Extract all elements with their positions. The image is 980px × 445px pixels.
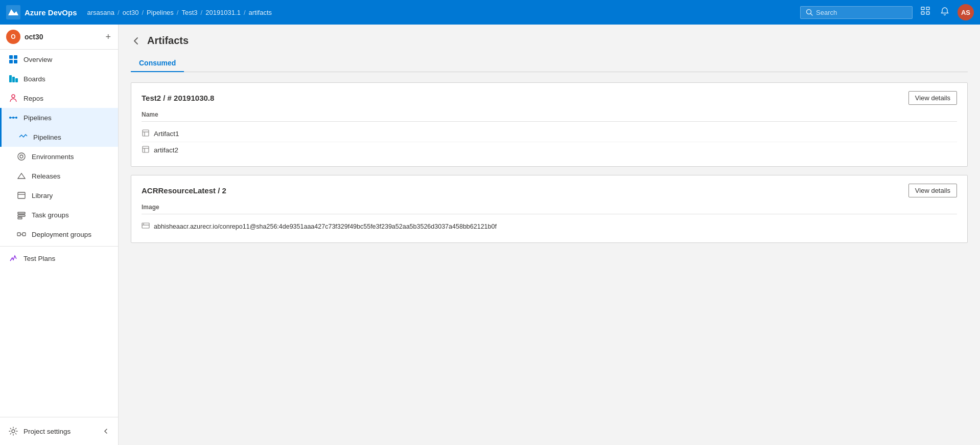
repos-label: Repos <box>24 95 43 102</box>
artifact2-name: artifact2 <box>154 146 178 154</box>
pipelines-parent-icon <box>8 113 18 123</box>
main-content: Artifacts Consumed Test2 / # 20191030.8 … <box>119 25 980 445</box>
pipelines-label: Pipelines <box>33 134 61 141</box>
project-settings-label: Project settings <box>24 428 71 435</box>
overview-label: Overview <box>24 56 52 63</box>
top-nav-right: Search AS <box>800 4 974 20</box>
sidebar-item-library[interactable]: Library <box>0 186 118 205</box>
sidebar-item-repos[interactable]: Repos <box>0 88 118 108</box>
back-button[interactable] <box>131 36 141 46</box>
overview-icon <box>8 54 18 64</box>
repos-icon <box>8 93 18 103</box>
svg-line-2 <box>811 14 813 16</box>
sidebar-item-task-groups[interactable]: Task groups <box>0 205 118 225</box>
breadcrumb-build-id[interactable]: 20191031.1 <box>205 9 241 16</box>
svg-rect-25 <box>18 215 25 216</box>
sidebar-item-deployment-groups[interactable]: Deployment groups <box>0 225 118 244</box>
test-plans-label: Test Plans <box>24 255 55 262</box>
breadcrumb: arsasana / oct30 / Pipelines / Test3 / 2… <box>87 9 272 16</box>
sidebar-item-pipelines-parent[interactable]: Pipelines <box>0 108 118 127</box>
svg-rect-5 <box>921 12 924 14</box>
container-icon <box>142 221 150 231</box>
user-avatar[interactable]: AS <box>958 4 974 20</box>
sidebar-item-environments[interactable]: Environments <box>0 147 118 166</box>
artifact-card-1: Test2 / # 20191030.8 View details Name A… <box>131 82 968 167</box>
task-groups-label: Task groups <box>32 211 69 219</box>
boards-label: Boards <box>24 75 45 83</box>
svg-point-30 <box>12 430 15 433</box>
svg-rect-8 <box>14 55 17 59</box>
releases-icon <box>16 171 27 181</box>
artifact1-icon <box>142 129 150 139</box>
releases-label: Releases <box>32 172 60 180</box>
environments-label: Environments <box>32 153 74 161</box>
sidebar-item-boards[interactable]: Boards <box>0 69 118 88</box>
sidebar-item-test-plans[interactable]: Test Plans <box>0 249 118 268</box>
svg-rect-31 <box>143 130 149 136</box>
card-1-view-details-button[interactable]: View details <box>908 91 957 105</box>
svg-rect-12 <box>12 77 15 82</box>
top-nav: Azure DevOps arsasana / oct30 / Pipeline… <box>0 0 980 25</box>
svg-point-39 <box>143 224 144 225</box>
card-1-column-header: Name <box>142 111 957 122</box>
container-image-name: abhisheaacr.azurecr.io/conrepo11@sha256:… <box>154 223 497 230</box>
sidebar-item-overview[interactable]: Overview <box>0 50 118 69</box>
breadcrumb-arsasana[interactable]: arsasana <box>87 9 114 16</box>
sidebar-header: O oct30 + <box>0 25 118 50</box>
breadcrumb-pipelines[interactable]: Pipelines <box>147 9 174 16</box>
org-name: oct30 <box>25 33 100 41</box>
svg-rect-9 <box>9 60 13 63</box>
svg-rect-37 <box>142 223 149 228</box>
task-groups-icon <box>16 210 27 220</box>
svg-point-20 <box>18 153 25 160</box>
svg-rect-22 <box>18 192 25 198</box>
grid-view-button[interactable] <box>919 5 932 20</box>
sidebar-item-pipelines[interactable]: Pipelines <box>0 127 118 147</box>
card-2-column-header: Image <box>142 204 957 214</box>
app-logo[interactable]: Azure DevOps <box>6 5 77 19</box>
card-1-title: Test2 / # 20191030.8 <box>142 94 214 102</box>
app-name: Azure DevOps <box>25 8 77 17</box>
svg-rect-26 <box>18 217 22 219</box>
notifications-button[interactable] <box>938 5 951 20</box>
breadcrumb-test3[interactable]: Test3 <box>181 9 197 16</box>
org-icon: O <box>6 30 20 44</box>
deployment-groups-label: Deployment groups <box>32 231 91 238</box>
breadcrumb-artifacts[interactable]: artifacts <box>249 9 272 16</box>
sidebar-footer: Project settings <box>0 417 118 445</box>
svg-rect-3 <box>921 7 924 10</box>
pipelines-icon <box>18 132 28 142</box>
card-2-view-details-button[interactable]: View details <box>908 184 957 197</box>
svg-rect-34 <box>143 146 149 152</box>
svg-rect-7 <box>9 55 13 59</box>
deployment-groups-icon <box>16 229 27 239</box>
sidebar-item-releases[interactable]: Releases <box>0 166 118 186</box>
card-2-title: ACRResourceLatest / 2 <box>142 186 226 195</box>
svg-point-16 <box>12 117 14 119</box>
environments-icon <box>16 151 27 162</box>
svg-rect-13 <box>15 78 18 82</box>
artifact-row-container: abhisheaacr.azurecr.io/conrepo11@sha256:… <box>142 218 957 234</box>
svg-rect-10 <box>14 60 17 63</box>
card-1-header: Test2 / # 20191030.8 View details <box>142 91 957 105</box>
svg-rect-4 <box>926 7 929 10</box>
library-icon <box>16 190 27 201</box>
boards-icon <box>8 74 18 84</box>
library-label: Library <box>32 192 53 199</box>
add-project-button[interactable]: + <box>104 31 112 43</box>
sidebar-divider <box>0 246 118 247</box>
artifact-row-artifact2: artifact2 <box>142 142 957 158</box>
artifact1-name: Artifact1 <box>154 130 179 138</box>
artifact-row-artifact1: Artifact1 <box>142 126 957 142</box>
search-box[interactable]: Search <box>800 6 913 19</box>
main-layout: O oct30 + Overview <box>0 25 980 445</box>
svg-rect-11 <box>9 75 12 82</box>
back-arrow-icon <box>131 36 141 46</box>
svg-rect-6 <box>926 12 929 14</box>
card-2-header: ACRResourceLatest / 2 View details <box>142 184 957 197</box>
page-title: Artifacts <box>147 35 189 47</box>
tab-consumed[interactable]: Consumed <box>131 55 184 72</box>
search-placeholder: Search <box>816 9 837 16</box>
breadcrumb-oct30[interactable]: oct30 <box>123 9 139 16</box>
project-settings-item[interactable]: Project settings <box>0 421 118 441</box>
